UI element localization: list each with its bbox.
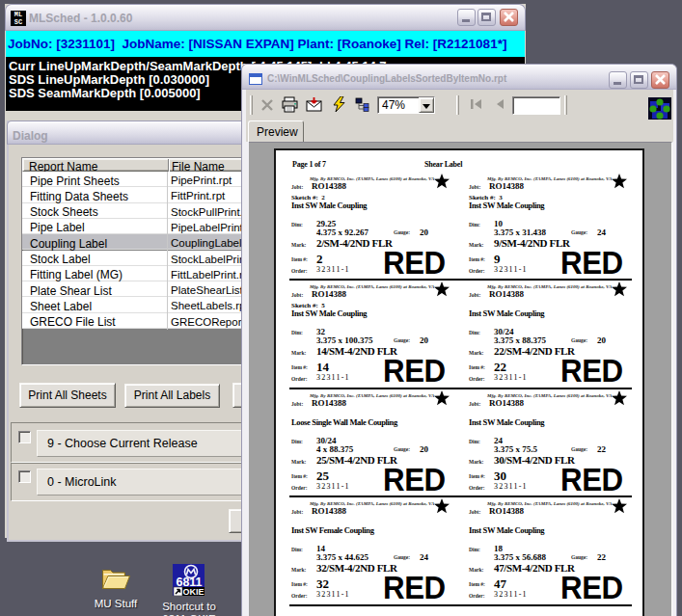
svg-text:OKIE: OKIE	[182, 587, 204, 596]
